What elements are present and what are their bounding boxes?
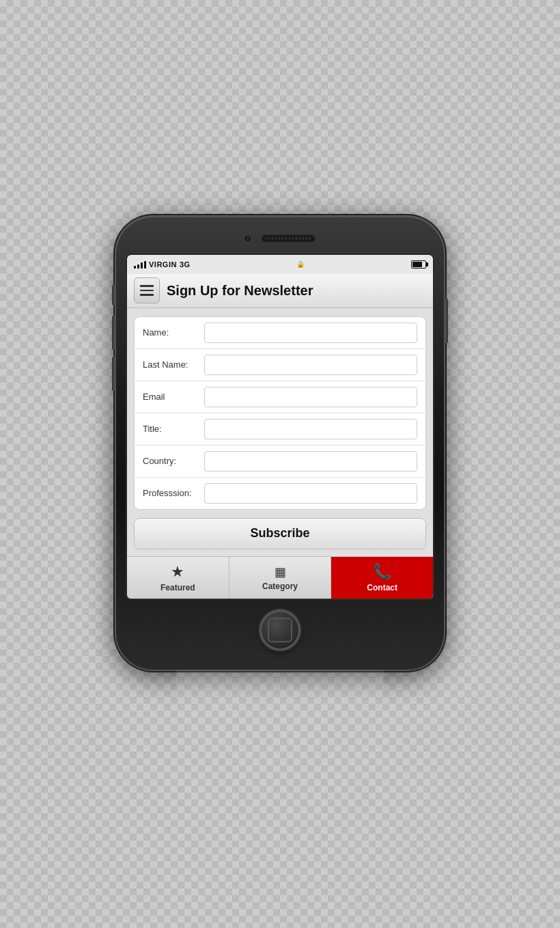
tab-featured[interactable]: ★ Featured	[127, 557, 229, 599]
screen-bezel: VIRGIN 3G 🔒	[126, 254, 434, 600]
home-button-inner	[268, 618, 292, 642]
speaker-area	[244, 234, 316, 243]
phone-wrapper: VIRGIN 3G 🔒	[116, 217, 444, 712]
signal-bar-2	[137, 264, 139, 269]
status-center: 🔒	[296, 260, 305, 268]
menu-line-3	[140, 294, 154, 296]
nav-header: Sign Up for Newsletter	[127, 274, 433, 308]
form-row-country: Country:	[135, 446, 425, 478]
signal-bar-4	[144, 261, 146, 269]
label-country: Country:	[143, 456, 204, 466]
network-label: 3G	[180, 260, 191, 269]
signal-bar-3	[141, 262, 143, 269]
phone-bottom	[126, 600, 434, 656]
input-email[interactable]	[204, 387, 417, 407]
form-row-name: Name:	[135, 317, 425, 349]
tab-bar: ★ Featured ▦ Category 📞 Contact	[127, 556, 433, 599]
status-right	[411, 260, 426, 269]
newsletter-form: Name: Last Name: Email Title:	[134, 316, 426, 510]
form-row-email: Email	[135, 381, 425, 413]
menu-line-1	[140, 285, 154, 287]
battery-fill	[412, 262, 422, 267]
phone-reflection	[176, 671, 384, 712]
home-button[interactable]	[260, 610, 300, 651]
star-icon: ★	[171, 563, 184, 581]
input-name[interactable]	[204, 323, 417, 343]
status-bar: VIRGIN 3G 🔒	[127, 255, 433, 274]
side-button-mute[interactable]	[112, 285, 115, 305]
lock-icon: 🔒	[296, 260, 305, 268]
subscribe-button[interactable]: Subscribe	[134, 518, 426, 549]
tab-contact[interactable]: 📞 Contact	[331, 557, 433, 599]
form-row-lastname: Last Name:	[135, 349, 425, 381]
grid-icon: ▦	[275, 564, 286, 579]
label-email: Email	[143, 392, 204, 402]
input-profession[interactable]	[204, 483, 417, 504]
form-row-title: Title:	[135, 413, 425, 446]
side-button-volume-down[interactable]	[112, 357, 115, 391]
label-lastname: Last Name:	[143, 359, 204, 370]
signal-bar-1	[134, 266, 136, 269]
input-title[interactable]	[204, 419, 417, 439]
label-title: Title:	[143, 424, 204, 434]
app-content: Sign Up for Newsletter Name: Last Name: …	[127, 274, 433, 599]
phone-top	[126, 229, 434, 254]
menu-button[interactable]	[134, 277, 160, 303]
battery-icon	[411, 260, 426, 269]
subscribe-btn-wrap: Subscribe	[134, 518, 426, 549]
input-country[interactable]	[204, 451, 417, 472]
menu-line-2	[140, 290, 154, 292]
status-left: VIRGIN 3G	[134, 260, 191, 269]
tab-category[interactable]: ▦ Category	[229, 557, 332, 599]
front-camera	[244, 235, 251, 242]
input-lastname[interactable]	[204, 355, 417, 375]
tab-category-label: Category	[262, 582, 298, 591]
page-title: Sign Up for Newsletter	[167, 283, 426, 299]
speaker-grille	[261, 234, 316, 243]
form-row-profession: Professsion:	[135, 478, 425, 509]
phone-icon: 📞	[373, 563, 391, 581]
signal-bars	[134, 260, 146, 269]
label-name: Name:	[143, 327, 204, 338]
tab-contact-label: Contact	[367, 583, 397, 592]
side-button-power[interactable]	[445, 299, 448, 343]
tab-featured-label: Featured	[160, 583, 195, 592]
label-profession: Professsion:	[143, 488, 204, 498]
carrier-label: VIRGIN	[149, 260, 177, 269]
phone-device: VIRGIN 3G 🔒	[116, 217, 444, 670]
side-button-volume-up[interactable]	[112, 316, 115, 350]
